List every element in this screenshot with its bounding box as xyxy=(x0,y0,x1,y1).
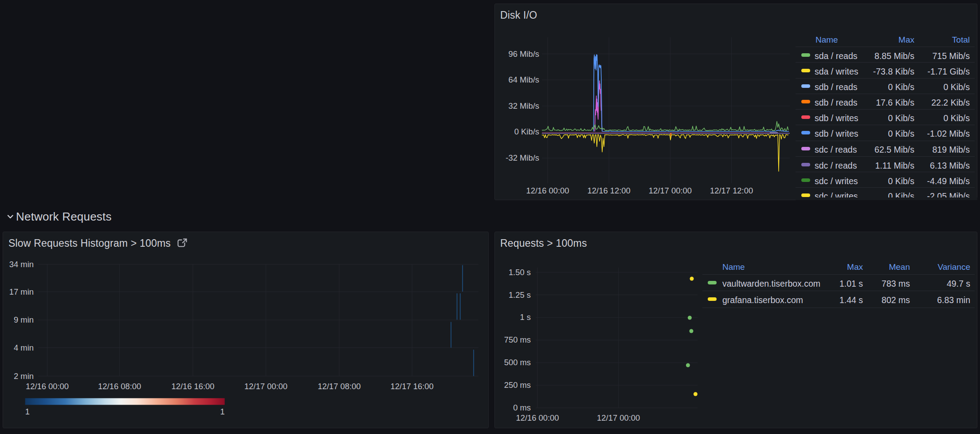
svg-text:1: 1 xyxy=(220,407,224,416)
svg-text:750 ms: 750 ms xyxy=(504,335,531,344)
svg-text:12/16 16:00: 12/16 16:00 xyxy=(171,382,214,391)
svg-text:4 min: 4 min xyxy=(14,343,34,352)
svg-text:1 s: 1 s xyxy=(520,312,531,322)
svg-text:12/16 00:00: 12/16 00:00 xyxy=(26,382,69,391)
svg-text:12/17 00:00: 12/17 00:00 xyxy=(649,186,692,195)
svg-text:-32 Mib/s: -32 Mib/s xyxy=(506,153,539,162)
svg-text:500 ms: 500 ms xyxy=(504,358,531,367)
svg-text:1.50 s: 1.50 s xyxy=(509,268,531,277)
svg-text:12/17 08:00: 12/17 08:00 xyxy=(318,382,361,391)
svg-text:34 min: 34 min xyxy=(9,260,34,269)
svg-text:1: 1 xyxy=(25,407,30,416)
svg-text:12/17 12:00: 12/17 12:00 xyxy=(710,186,753,195)
svg-text:9 min: 9 min xyxy=(14,315,34,324)
svg-text:12/16 00:00: 12/16 00:00 xyxy=(516,413,559,422)
svg-text:96 Mib/s: 96 Mib/s xyxy=(508,49,539,59)
svg-text:12/16 08:00: 12/16 08:00 xyxy=(98,382,141,391)
svg-text:1.25 s: 1.25 s xyxy=(509,290,531,300)
svg-text:12/17 00:00: 12/17 00:00 xyxy=(244,382,287,391)
svg-text:250 ms: 250 ms xyxy=(504,380,531,390)
svg-text:0 ms: 0 ms xyxy=(513,403,531,412)
svg-text:12/17 16:00: 12/17 16:00 xyxy=(391,382,434,391)
svg-text:17 min: 17 min xyxy=(9,287,34,296)
svg-text:32 Mib/s: 32 Mib/s xyxy=(508,101,539,110)
svg-text:0 Kib/s: 0 Kib/s xyxy=(514,127,539,136)
svg-text:12/16 00:00: 12/16 00:00 xyxy=(526,186,569,195)
svg-text:64 Mib/s: 64 Mib/s xyxy=(508,75,539,84)
svg-text:12/17 00:00: 12/17 00:00 xyxy=(597,413,640,422)
svg-text:2 min: 2 min xyxy=(14,371,34,381)
svg-text:12/16 12:00: 12/16 12:00 xyxy=(588,186,631,195)
